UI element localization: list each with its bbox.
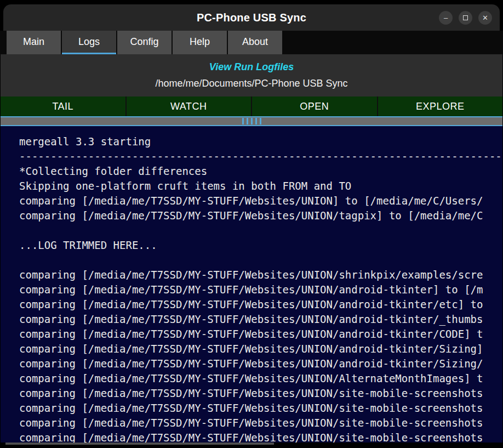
log-line: comparing [/media/me/T7SSD/MY-STUFF/Webs… bbox=[19, 312, 502, 327]
log-line: comparing [/media/me/T7SSD/MY-STUFF/Webs… bbox=[19, 282, 502, 297]
log-line: comparing [/media/me/T7SSD/MY-STUFF/Webs… bbox=[19, 327, 502, 342]
log-line: comparing [/media/me/T7SSD/MY-STUFF/Webs… bbox=[19, 416, 502, 430]
log-line: comparing [/media/me/T7SSD/MY-STUFF/Webs… bbox=[19, 386, 502, 401]
tab-config[interactable]: Config bbox=[117, 31, 172, 54]
log-line: comparing [/media/me/T7SSD/MY-STUFF/Webs… bbox=[19, 297, 502, 312]
close-icon: ✕ bbox=[482, 14, 488, 22]
window-title: PC-Phone USB Sync bbox=[197, 12, 306, 24]
window-controls: – ✕ bbox=[439, 4, 492, 31]
log-line: *Collecting folder differences bbox=[19, 164, 502, 179]
log-line: Skipping one-platform cruft items in bot… bbox=[19, 179, 502, 194]
tab-about[interactable]: About bbox=[228, 31, 282, 54]
log-line: ...LOG TRIMMED HERE... bbox=[19, 238, 502, 253]
grip-tick bbox=[242, 118, 244, 124]
watch-button[interactable]: WATCH bbox=[127, 97, 252, 116]
maximize-button[interactable] bbox=[459, 11, 472, 25]
minimize-button[interactable]: – bbox=[439, 11, 453, 25]
app-window: PC-Phone USB Sync – ✕ Main Logs Config H… bbox=[0, 0, 503, 448]
grip-tick bbox=[247, 118, 248, 124]
log-line: comparing [/media/me/T7SSD/MY-STUFF/Webs… bbox=[19, 401, 502, 416]
log-line: comparing [/media/me/T7SSD/MY-STUFF/Webs… bbox=[19, 356, 502, 371]
minimize-icon: – bbox=[444, 14, 448, 22]
log-line bbox=[19, 253, 502, 268]
log-line: ----------------------------------------… bbox=[19, 149, 502, 164]
log-actions-row: TAIL WATCH OPEN EXPLORE bbox=[1, 97, 502, 116]
explore-button[interactable]: EXPLORE bbox=[378, 97, 503, 116]
log-line: comparing [/media/me/T7SSD/MY-STUFF/Webs… bbox=[19, 194, 502, 208]
tab-logs[interactable]: Logs bbox=[62, 31, 116, 54]
log-line: comparing [/media/me/T7SSD/MY-STUFF/Webs… bbox=[19, 342, 502, 356]
bottom-edge bbox=[0, 443, 503, 448]
grip-tick bbox=[260, 118, 261, 124]
close-button[interactable]: ✕ bbox=[478, 11, 492, 25]
horizontal-scrollbar[interactable] bbox=[5, 443, 274, 445]
tab-help[interactable]: Help bbox=[173, 31, 227, 54]
view-run-logfiles-link[interactable]: View Run Logfiles bbox=[209, 61, 294, 73]
grip-tick bbox=[251, 118, 253, 124]
pane-sash-handle[interactable] bbox=[1, 116, 502, 126]
titlebar: PC-Phone USB Sync – ✕ bbox=[3, 4, 500, 31]
log-line: comparing [/media/me/T7SSD/MY-STUFF/Webs… bbox=[19, 371, 502, 386]
maximize-icon bbox=[463, 15, 468, 20]
open-button[interactable]: OPEN bbox=[252, 97, 377, 116]
logs-info-panel: View Run Logfiles /home/me/Documents/PC-… bbox=[1, 54, 502, 97]
log-line: comparing [/media/me/T7SSD/MY-STUFF/Webs… bbox=[19, 430, 502, 443]
logfiles-path: /home/me/Documents/PC-Phone USB Sync bbox=[155, 78, 347, 89]
log-output-text[interactable]: mergeall 3.3 starting ------------------… bbox=[1, 126, 502, 443]
log-line: mergeall 3.3 starting bbox=[19, 134, 502, 149]
tail-button[interactable]: TAIL bbox=[1, 97, 125, 116]
tab-main[interactable]: Main bbox=[7, 31, 61, 54]
tab-bar: Main Logs Config Help About bbox=[0, 31, 503, 54]
log-line bbox=[19, 223, 502, 238]
log-line: comparing [/media/me/T7SSD/MY-STUFF/Webs… bbox=[19, 268, 502, 282]
grip-tick bbox=[255, 118, 257, 124]
log-line: comparing [/media/me/T7SSD/MY-STUFF/Webs… bbox=[19, 208, 502, 223]
